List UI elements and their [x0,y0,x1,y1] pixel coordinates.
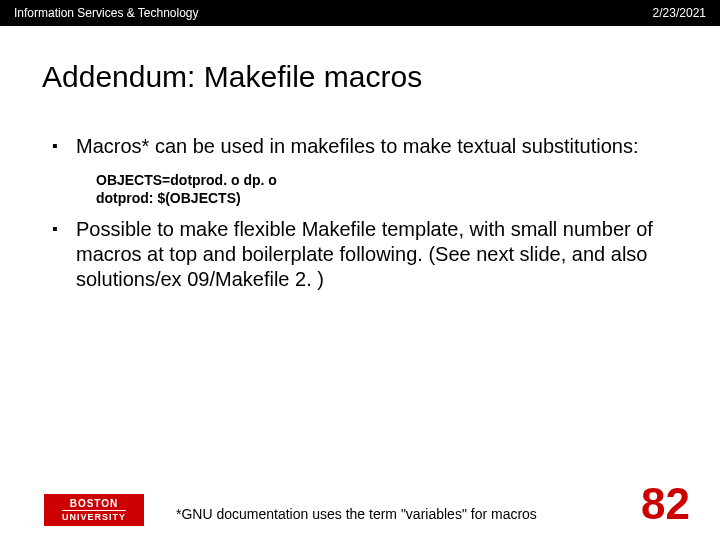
logo-line2: UNIVERSITY [62,510,126,523]
footer: BOSTON UNIVERSITY *GNU documentation use… [0,482,720,526]
page-number: 82 [641,482,700,526]
code-line: dotprod: $(OBJECTS) [96,189,672,207]
bullet-marker: ▪ [48,217,76,292]
code-line: OBJECTS=dotprod. o dp. o [96,171,672,189]
bullet-text: Possible to make flexible Makefile templ… [76,217,672,292]
footnote: *GNU documentation uses the term "variab… [144,506,641,526]
code-block: OBJECTS=dotprod. o dp. o dotprod: $(OBJE… [48,167,672,217]
bullet-item: ▪ Possible to make flexible Makefile tem… [48,217,672,292]
logo-boston-university: BOSTON UNIVERSITY [44,494,144,526]
logo-line1: BOSTON [70,498,119,509]
slide-title: Addendum: Makefile macros [0,26,720,94]
bullet-marker: ▪ [48,134,76,159]
bullet-text: Macros* can be used in makefiles to make… [76,134,639,159]
header-bar: Information Services & Technology 2/23/2… [0,0,720,26]
header-date: 2/23/2021 [653,6,706,20]
header-org: Information Services & Technology [14,6,199,20]
slide-content: ▪ Macros* can be used in makefiles to ma… [0,94,720,292]
bullet-item: ▪ Macros* can be used in makefiles to ma… [48,134,672,159]
